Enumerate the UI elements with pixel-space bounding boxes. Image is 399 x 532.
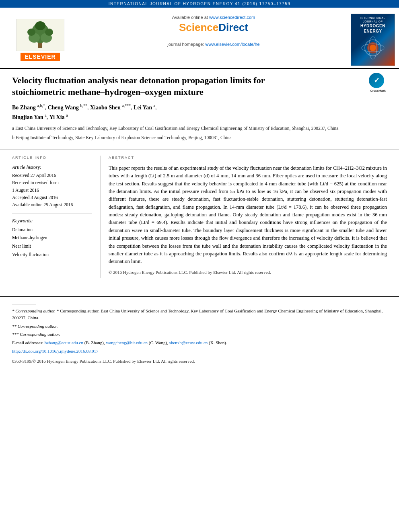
article-info-heading: ARTICLE INFO (12, 156, 92, 161)
abstract-paragraph: This paper reports the results of an exp… (109, 164, 387, 266)
sciencedirect-area: Available online at www.sciencedirect.co… (80, 12, 347, 68)
available-online-date: Available online 25 August 2016 (12, 201, 92, 208)
author-bingjian-yan: Bingjian Yan (12, 114, 43, 120)
authors-list: Bo Zhang a,b,*, Cheng Wang b,**, Xiaobo … (12, 103, 387, 122)
journal-cover: International Journal of HYDROGEN ENERGY (351, 14, 395, 66)
email-addresses: E-mail addresses: bzhang@ecust.edu.cn (B… (12, 339, 387, 347)
copyright-line: © 2016 Hydrogen Energy Publications LLC.… (109, 269, 387, 276)
received-revised-date: 1 August 2016 (12, 187, 92, 194)
article-history-group: Article history: Received 27 April 2016 … (12, 164, 92, 209)
corresponding-author-3: *** Corresponding author. (12, 331, 387, 338)
email-shen[interactable]: shenxb@ecust.edu.cn (169, 340, 208, 345)
sciencedirect-url[interactable]: www.sciencedirect.com (209, 15, 255, 20)
crossmark-badge[interactable]: ✓ CrossMark (369, 73, 387, 91)
sciencedirect-logo: ScienceDirect (179, 21, 248, 34)
elsevier-logo-area: ELSEVIER (0, 12, 80, 68)
keyword-near-limit: Near limit (12, 242, 92, 251)
email-wang[interactable]: wangcheng@bit.edu.cn (106, 340, 148, 345)
crossmark-icon: ✓ (369, 73, 384, 88)
page-header: ELSEVIER Available online at www.science… (0, 8, 399, 69)
info-divider (12, 214, 92, 214)
journal-banner: INTERNATIONAL JOURNAL OF HYDROGEN ENERGY… (0, 0, 399, 8)
article-history-label: Article history: (12, 164, 92, 170)
svg-point-4 (27, 29, 35, 36)
svg-point-5 (45, 29, 53, 36)
direct-text: Direct (218, 21, 248, 33)
main-content-section: ARTICLE INFO Article history: Received 2… (0, 150, 399, 284)
paper-header-section: Velocity fluctuation analysis near deton… (0, 69, 399, 150)
elsevier-label: ELSEVIER (21, 53, 60, 61)
footer-divider (12, 304, 36, 304)
banner-text: INTERNATIONAL JOURNAL OF HYDROGEN ENERGY… (109, 2, 291, 6)
abstract-column: ABSTRACT This paper reports the results … (109, 156, 387, 278)
issn-line: 0360-3199/© 2016 Hydrogen Energy Publica… (12, 358, 387, 365)
author-xiaobo-shen: Xiaobo Shen (90, 105, 121, 111)
author-yi-xia: Yi Xia (49, 114, 65, 120)
footer-notes: * Corresponding author. * Corresponding … (0, 296, 399, 369)
corresponding-author-1: * Corresponding author. * Corresponding … (12, 308, 387, 322)
footer-spacer (0, 284, 399, 296)
keyword-methane-hydrogen: Methane-hydrogen (12, 234, 92, 242)
received-date: Received 27 April 2016 (12, 172, 92, 179)
elsevier-tree-image (16, 19, 64, 51)
keyword-detonation: Detonation (12, 226, 92, 234)
affiliation-b: b Beijing Institute of Technology, State… (12, 134, 387, 141)
journal-homepage: journal homepage: www.elsevier.com/locat… (167, 42, 259, 47)
abstract-heading: ABSTRACT (109, 156, 387, 161)
svg-point-6 (35, 21, 45, 30)
abstract-body: This paper reports the results of an exp… (109, 164, 387, 276)
doi-line: http://dx.doi.org/10.1016/j.ijhydene.201… (12, 348, 387, 355)
svg-point-9 (370, 45, 376, 51)
email-zhang[interactable]: bzhang@ecust.edu.cn (45, 340, 83, 345)
science-text: Science (179, 21, 218, 33)
corresponding-author-2: ** Corresponding author. (12, 323, 387, 330)
journal-homepage-url[interactable]: www.elsevier.com/locate/he (206, 42, 260, 47)
keyword-velocity-fluctuation: Velocity fluctuation (12, 251, 92, 259)
journal-cover-title: International Journal of HYDROGEN ENERGY (353, 16, 393, 34)
crossmark-label: CrossMark (369, 89, 387, 92)
keywords-section: Keywords: Detonation Methane-hydrogen Ne… (12, 218, 92, 259)
accepted-date: Accepted 3 August 2016 (12, 194, 92, 201)
tree-svg (20, 21, 60, 49)
received-revised-label: Received in revised form (12, 179, 92, 186)
author-cheng-wang: Cheng Wang (48, 105, 79, 111)
keywords-heading: Keywords: (12, 218, 92, 224)
author-bo-zhang: Bo Zhang (12, 105, 36, 111)
paper-title: Velocity fluctuation analysis near deton… (12, 75, 302, 98)
article-info-column: ARTICLE INFO Article history: Received 2… (12, 156, 101, 278)
author-lei-yan: Lei Yan (134, 105, 152, 111)
available-online-text: Available online at www.sciencedirect.co… (172, 15, 255, 20)
journal-cover-graphic (361, 36, 385, 60)
journal-cover-area: International Journal of HYDROGEN ENERGY (347, 12, 399, 68)
doi-link[interactable]: http://dx.doi.org/10.1016/j.ijhydene.201… (12, 349, 99, 353)
affiliation-a: a East China University of Science and T… (12, 125, 387, 132)
